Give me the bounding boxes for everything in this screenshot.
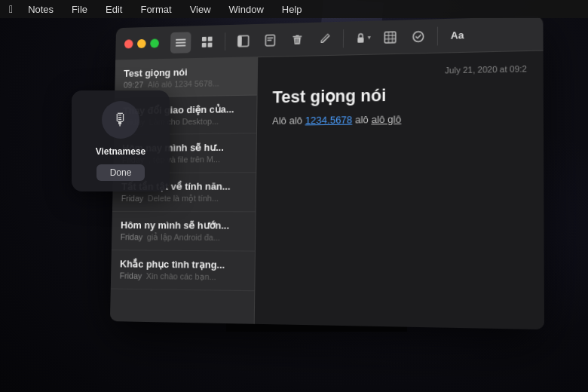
note-item-4[interactable]: Hôm ny mình sẽ hướn... Friday giả lập An… [112,212,256,252]
note-title-0: Test giọng nói [124,65,248,78]
note-title-5: Khắc phục tình trạng... [120,258,246,271]
note-style-button[interactable] [259,29,280,51]
checklist-button[interactable] [407,25,429,47]
svg-rect-0 [176,38,186,40]
list-view-button[interactable] [170,32,191,53]
body-text-1: Alô alô [272,115,305,127]
note-preview-5: Xin chào các bạn... [146,271,216,282]
traffic-lights [124,38,159,48]
note-day-3: Friday [121,194,144,203]
close-button[interactable] [124,39,133,48]
separator-3 [437,26,438,45]
svg-rect-6 [208,42,213,47]
lock-chevron: ▾ [367,34,370,41]
table-button[interactable] [379,26,401,47]
svg-rect-2 [176,44,186,46]
notes-window: ▾ Aa [110,16,544,329]
lock-icon [354,32,366,44]
body-text-2: alô [352,114,371,126]
window-content: Test giọng nói 09:27 Alô alô 1234 5678..… [110,51,544,330]
dictation-language: Vietnamese [96,146,146,157]
svg-rect-8 [238,35,242,46]
menubar-edit[interactable]: Edit [103,2,125,17]
compose-icon [318,32,330,45]
svg-rect-12 [292,35,302,37]
delete-button[interactable] [286,29,308,51]
note-title-4: Hôm ny mình sẽ hướn... [121,219,247,231]
menubar-file[interactable]: File [69,2,90,17]
body-link[interactable]: 1234.5678 [305,114,353,126]
note-preview-3: Delete là một tính... [148,194,219,204]
svg-rect-5 [202,42,207,47]
grid-view-button[interactable] [197,31,218,53]
apple-menu[interactable]:  [9,3,13,15]
menubar-window[interactable]: Window [226,2,267,17]
note-editor-title: Test giọng nói [272,83,527,107]
note-day-4: Friday [121,232,143,241]
note-editor[interactable]: July 21, 2020 at 09:2 Test giọng nói Alô… [255,51,544,330]
note-meta-0: 09:27 Alô alô 1234 5678... [124,78,248,90]
menubar-view[interactable]: View [187,2,214,17]
note-time-0: 09:27 [124,80,144,89]
menubar-format[interactable]: Format [137,2,174,17]
svg-rect-4 [208,36,213,41]
note-preview-4: giả lập Android đa... [147,232,220,243]
svg-rect-1 [176,41,186,43]
trash-icon [291,33,303,46]
menubar:  Notes File Edit Format View Window Hel… [0,0,588,18]
sidebar-icon [237,35,250,47]
note-day-5: Friday [120,271,142,280]
minimize-button[interactable] [137,38,146,47]
dictation-overlay: 🎙 Vietnamese Done [72,90,170,191]
note-editor-body[interactable]: Alô alô 1234.5678 alô alô glô [272,110,527,130]
menubar-help[interactable]: Help [279,2,305,17]
separator-1 [225,32,225,51]
svg-rect-14 [384,32,396,43]
separator-2 [343,29,344,47]
note-item-5[interactable]: Khắc phục tình trạng... Friday Xin chào … [111,250,255,291]
note-preview-0: Alô alô 1234 5678... [148,78,219,89]
note-meta-4: Friday giả lập Android đa... [121,232,247,243]
svg-rect-11 [267,39,271,41]
svg-rect-3 [202,36,207,41]
note-meta-3: Friday Delete là một tính... [121,194,247,204]
maximize-button[interactable] [150,38,159,47]
microphone-icon: 🎙 [112,110,129,130]
svg-rect-13 [357,37,363,42]
note-timestamp: July 21, 2020 at 09:2 [273,64,527,78]
lock-button[interactable]: ▾ [351,26,373,48]
font-button[interactable]: Aa [446,28,468,43]
mic-circle: 🎙 [102,101,139,139]
window-perspective-container: ▾ Aa [113,26,588,377]
dictation-done-button[interactable]: Done [96,164,145,181]
sidebar-toggle-button[interactable] [233,30,254,52]
checklist-icon [412,30,425,43]
note-meta-5: Friday Xin chào các bạn... [120,271,246,282]
body-underline: alô glô [372,113,402,125]
grid-icon [201,35,213,47]
svg-rect-10 [267,37,273,38]
table-icon [384,31,397,44]
menubar-notes[interactable]: Notes [25,2,57,17]
note-style-icon [264,34,276,47]
compose-button[interactable] [314,28,335,50]
list-icon [175,36,187,48]
